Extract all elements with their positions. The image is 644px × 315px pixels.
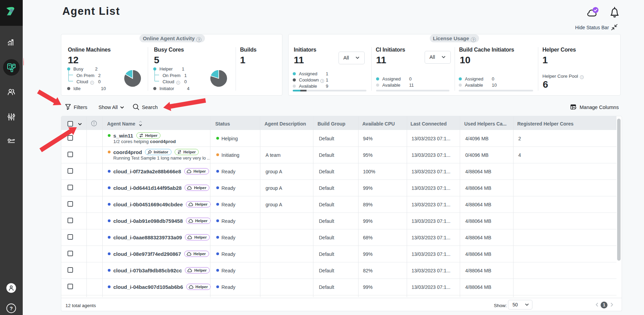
svg-text:?: ? [10,305,13,311]
